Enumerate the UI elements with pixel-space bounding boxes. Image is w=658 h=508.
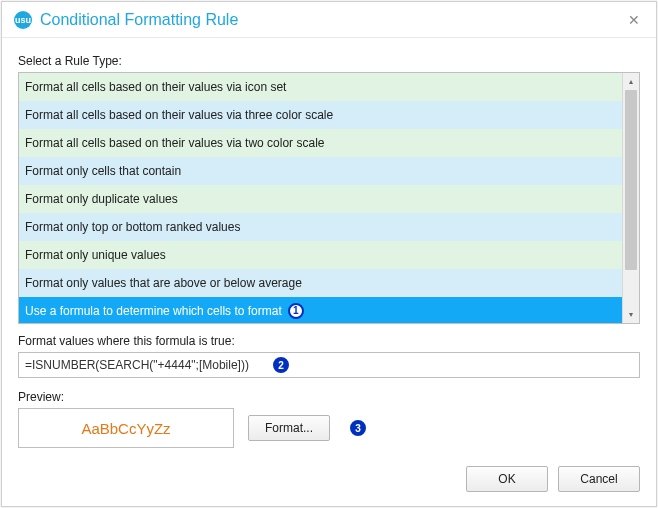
list-item-label: Format only top or bottom ranked values <box>25 213 240 241</box>
ok-button[interactable]: OK <box>466 466 548 492</box>
dialog-footer: OK Cancel <box>466 466 640 492</box>
list-item[interactable]: Format only unique values <box>19 241 622 269</box>
dialog-title: Conditional Formatting Rule <box>40 11 622 29</box>
annotation-badge-2: 2 <box>273 357 289 373</box>
cancel-button[interactable]: Cancel <box>558 466 640 492</box>
list-item-label: Use a formula to determine which cells t… <box>25 297 282 323</box>
scroll-down-icon[interactable]: ▾ <box>623 306 639 323</box>
list-item[interactable]: Format only values that are above or bel… <box>19 269 622 297</box>
list-item-label: Format only values that are above or bel… <box>25 269 302 297</box>
list-item-label: Format all cells based on their values v… <box>25 73 286 101</box>
dialog-window: usu Conditional Formatting Rule ✕ Select… <box>1 1 657 507</box>
scroll-up-icon[interactable]: ▴ <box>623 73 639 90</box>
select-rule-type-label: Select a Rule Type: <box>18 54 640 68</box>
list-item-label: Format only duplicate values <box>25 185 178 213</box>
list-item[interactable]: Format only cells that contain <box>19 157 622 185</box>
list-item[interactable]: Format only duplicate values <box>19 185 622 213</box>
list-item-selected[interactable]: Use a formula to determine which cells t… <box>19 297 622 323</box>
rule-type-list-body[interactable]: Format all cells based on their values v… <box>19 73 622 323</box>
annotation-badge-3: 3 <box>350 420 366 436</box>
close-icon[interactable]: ✕ <box>622 8 646 32</box>
rule-type-list: Format all cells based on their values v… <box>18 72 640 324</box>
list-item[interactable]: Format all cells based on their values v… <box>19 129 622 157</box>
formula-label: Format values where this formula is true… <box>18 334 640 348</box>
list-item[interactable]: Format only top or bottom ranked values <box>19 213 622 241</box>
annotation-badge-1: 1 <box>288 303 304 319</box>
formula-input[interactable]: =ISNUMBER(SEARCH("+4444";[Mobile])) 2 <box>18 352 640 378</box>
vertical-scrollbar[interactable]: ▴ ▾ <box>622 73 639 323</box>
preview-sample: AaBbCcYyZz <box>18 408 234 448</box>
formula-value: =ISNUMBER(SEARCH("+4444";[Mobile])) <box>25 358 249 372</box>
list-item[interactable]: Format all cells based on their values v… <box>19 101 622 129</box>
list-item-label: Format only unique values <box>25 241 166 269</box>
list-item-label: Format all cells based on their values v… <box>25 101 333 129</box>
list-item-label: Format only cells that contain <box>25 157 181 185</box>
list-item[interactable]: Format all cells based on their values v… <box>19 73 622 101</box>
preview-row: AaBbCcYyZz Format... 3 <box>18 408 640 448</box>
scroll-thumb[interactable] <box>625 90 637 270</box>
scroll-track[interactable] <box>623 90 639 306</box>
dialog-content: Select a Rule Type: Format all cells bas… <box>2 38 656 460</box>
app-icon: usu <box>14 11 32 29</box>
list-item-label: Format all cells based on their values v… <box>25 129 324 157</box>
format-button[interactable]: Format... <box>248 415 330 441</box>
titlebar: usu Conditional Formatting Rule ✕ <box>2 2 656 38</box>
preview-label: Preview: <box>18 390 640 404</box>
